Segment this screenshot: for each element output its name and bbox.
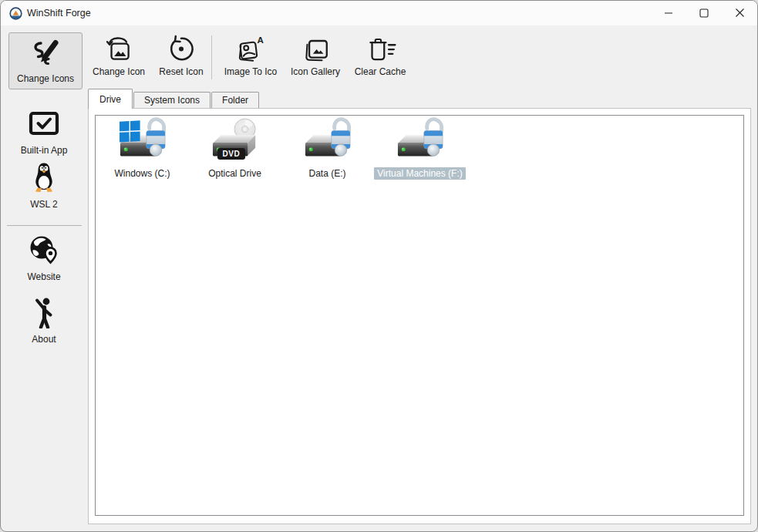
image-convert-icon: A [234, 35, 267, 62]
close-icon [735, 8, 745, 18]
drive-bitlocker-unlocked-icon [396, 117, 444, 165]
drive-item-data-e[interactable]: Data (E:) [282, 117, 372, 180]
drive-windows-bitlocker-unlocked-icon [119, 117, 167, 165]
globe-pin-icon [28, 234, 60, 266]
sidebar: Change Icons Built-in App [1, 25, 87, 531]
maximize-button[interactable] [686, 1, 722, 25]
sidebar-item-label: Change Icons [17, 73, 74, 84]
tab-label: Drive [99, 94, 121, 105]
drive-item-label: Data (E:) [305, 167, 349, 180]
tabstrip: Drive System Icons Folder [88, 89, 260, 109]
toolbar-separator [211, 35, 212, 79]
toolbar-button-label: Icon Gallery [291, 66, 340, 77]
drive-optical-dvd-icon: DVD [211, 117, 259, 165]
sidebar-item-label: WSL 2 [30, 199, 58, 210]
drive-item-optical[interactable]: DVD Optical Drive [190, 117, 280, 180]
clear-cache-button[interactable]: Clear Cache [354, 35, 406, 77]
svg-text:A: A [257, 35, 264, 45]
minimize-button[interactable] [651, 1, 686, 25]
image-stack-icon [301, 35, 330, 62]
dvd-badge: DVD [217, 148, 246, 160]
image-undo-icon [103, 35, 134, 62]
tab-drive[interactable]: Drive [88, 89, 133, 109]
close-button[interactable] [722, 1, 757, 25]
titlebar: WinShift Forge [1, 1, 757, 25]
drive-bitlocker-unlocked-icon [304, 117, 352, 165]
drive-listview[interactable]: Windows (C:) DVD Optical Drive Data (E:) [95, 115, 744, 516]
icon-gallery-button[interactable]: Icon Gallery [288, 35, 343, 77]
toolbar-button-label: Change Icon [93, 66, 145, 77]
sidebar-item-change-icons[interactable]: Change Icons [8, 32, 83, 89]
toolbar-button-label: Reset Icon [159, 66, 203, 77]
toolbar-button-label: Clear Cache [355, 66, 406, 77]
sidebar-item-website[interactable]: Website [1, 234, 87, 282]
app-checkbox-icon [27, 107, 61, 140]
reset-icon-button[interactable]: Reset Icon [158, 35, 204, 77]
sidebar-item-label: Website [27, 271, 60, 282]
tab-label: System Icons [144, 95, 200, 106]
app-logo-icon [9, 7, 22, 20]
drive-item-label: Windows (C:) [111, 167, 173, 180]
drive-item-label-selected: Virtual Machines (F:) [374, 167, 465, 180]
sidebar-item-wsl-2[interactable]: WSL 2 [1, 161, 87, 210]
tab-system-icons[interactable]: System Icons [133, 92, 211, 108]
sidebar-item-label: Built-in App [21, 145, 68, 156]
minimize-icon [664, 8, 673, 18]
maximize-icon [699, 8, 709, 18]
sidebar-item-label: About [32, 334, 56, 345]
trash-list-icon [364, 35, 396, 62]
tab-label: Folder [222, 95, 248, 106]
window-title: WinShift Forge [27, 1, 91, 25]
image-to-ico-button[interactable]: A Image To Ico [221, 35, 280, 77]
pen-scribble-icon [29, 39, 62, 71]
sidebar-item-about[interactable]: About [1, 296, 87, 345]
app-window: WinShift Forge [0, 0, 758, 532]
person-waving-icon [28, 296, 60, 328]
drive-item-virtual-machines-f[interactable]: Virtual Machines (F:) [375, 117, 465, 180]
change-icon-button[interactable]: Change Icon [90, 35, 147, 77]
toolbar-button-label: Image To Ico [224, 66, 277, 77]
reset-circular-arrow-icon [166, 35, 197, 62]
tab-folder[interactable]: Folder [211, 92, 259, 108]
sidebar-item-built-in-app[interactable]: Built-in App [1, 107, 87, 156]
drive-item-windows-c[interactable]: Windows (C:) [97, 117, 187, 180]
drive-item-label: Optical Drive [205, 167, 264, 180]
linux-penguin-icon [28, 161, 60, 194]
sidebar-divider [7, 225, 82, 226]
